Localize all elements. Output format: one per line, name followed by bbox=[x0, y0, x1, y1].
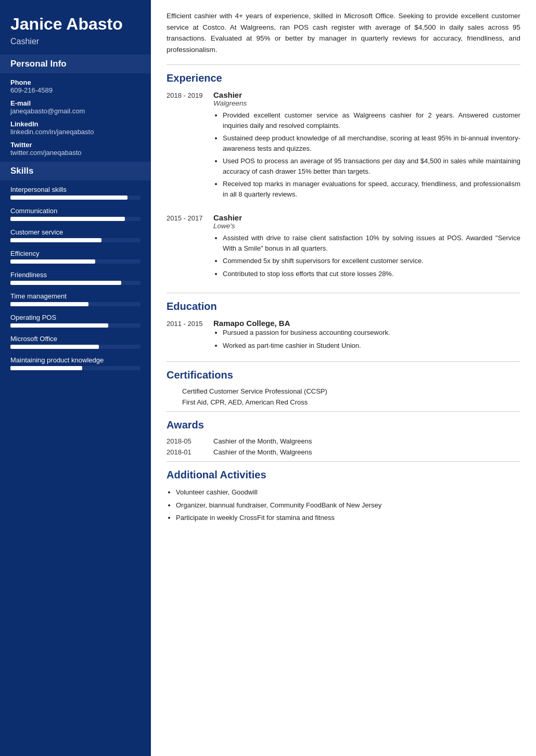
activities-list: Volunteer cashier, GoodwillOrganizer, bi… bbox=[167, 487, 520, 523]
skill-bar-fill bbox=[10, 195, 127, 200]
bullet-item: Contributed to stop loss efforts that cu… bbox=[223, 269, 520, 279]
main-content: Efficient cashier with 4+ years of exper… bbox=[151, 0, 536, 756]
contact-label: E-mail bbox=[10, 99, 141, 107]
divider-activities bbox=[167, 461, 520, 462]
skill-bar-fill bbox=[10, 323, 108, 328]
skill-bar-bg bbox=[10, 217, 141, 221]
skill-bar-fill bbox=[10, 366, 82, 370]
summary-text: Efficient cashier with 4+ years of exper… bbox=[167, 10, 520, 55]
entry-company: Walgreens bbox=[213, 99, 520, 107]
experience-entry: 2018 - 2019 Cashier Walgreens Provided e… bbox=[167, 90, 520, 202]
bullet-item: Assisted with drive to raise client sati… bbox=[223, 233, 520, 253]
skill-name: Communication bbox=[10, 207, 141, 215]
skill-name: Operating POS bbox=[10, 314, 141, 321]
activity-item: Participate in weekly CrossFit for stami… bbox=[176, 513, 520, 523]
personal-info-section: Personal Info Phone 609-216-4589E-mail j… bbox=[0, 55, 151, 157]
candidate-title: Cashier bbox=[10, 37, 141, 46]
skill-item: Operating POS bbox=[10, 314, 141, 328]
skill-bar-fill bbox=[10, 281, 121, 285]
entry-company: Lowe's bbox=[213, 222, 520, 230]
contact-value: 609-216-4589 bbox=[10, 86, 141, 94]
skill-item: Communication bbox=[10, 207, 141, 221]
skill-name: Maintaining product knowledge bbox=[10, 356, 141, 364]
award-entry: 2018-01 Cashier of the Month, Walgreens bbox=[167, 448, 520, 456]
award-entry: 2018-05 Cashier of the Month, Walgreens bbox=[167, 437, 520, 445]
divider-experience bbox=[167, 64, 520, 65]
award-date: 2018-01 bbox=[167, 448, 213, 456]
skill-bar-bg bbox=[10, 345, 141, 349]
bullet-item: Pursued a passion for business accountin… bbox=[223, 328, 520, 338]
skills-list: Interpersonal skills Communication Custo… bbox=[0, 186, 151, 370]
skill-name: Time management bbox=[10, 292, 141, 300]
bullet-item: Worked as part-time cashier in Student U… bbox=[223, 341, 520, 351]
skill-bar-bg bbox=[10, 323, 141, 328]
certification-item: Certified Customer Service Professional … bbox=[182, 387, 520, 395]
skill-bar-bg bbox=[10, 302, 141, 306]
activities-container: Volunteer cashier, GoodwillOrganizer, bi… bbox=[167, 487, 520, 523]
contact-label: Phone bbox=[10, 79, 141, 86]
contact-label: Twitter bbox=[10, 141, 141, 149]
skills-section: Skills Interpersonal skills Communicatio… bbox=[0, 162, 151, 370]
certifications-container: Certified Customer Service Professional … bbox=[167, 387, 520, 406]
entry-bullets: Provided excellent customer service as W… bbox=[213, 110, 520, 199]
skill-bar-bg bbox=[10, 366, 141, 370]
sidebar: Janice Abasto Cashier Personal Info Phon… bbox=[0, 0, 151, 756]
divider-education bbox=[167, 293, 520, 293]
entry-job-title: Ramapo College, BA bbox=[213, 319, 520, 328]
experience-container: 2018 - 2019 Cashier Walgreens Provided e… bbox=[167, 90, 520, 281]
entry-date: 2011 - 2015 bbox=[167, 319, 213, 353]
contact-value: twitter.com/janeqabasto bbox=[10, 149, 141, 157]
contact-block: Phone 609-216-4589E-mail janeqabasto@gma… bbox=[0, 79, 151, 157]
skill-item: Friendliness bbox=[10, 271, 141, 285]
divider-certifications bbox=[167, 361, 520, 362]
skill-item: Maintaining product knowledge bbox=[10, 356, 141, 370]
award-text: Cashier of the Month, Walgreens bbox=[213, 437, 312, 445]
activity-item: Organizer, biannual fundraiser, Communit… bbox=[176, 500, 520, 511]
entry-date: 2015 - 2017 bbox=[167, 213, 213, 281]
experience-section-title: Experience bbox=[167, 72, 520, 84]
education-section-title: Education bbox=[167, 301, 520, 312]
entry-date: 2018 - 2019 bbox=[167, 90, 213, 202]
contact-label: LinkedIn bbox=[10, 120, 141, 128]
contact-value: linkedin.com/in/janeqabasto bbox=[10, 128, 141, 136]
entry-job-title: Cashier bbox=[213, 213, 520, 222]
award-text: Cashier of the Month, Walgreens bbox=[213, 448, 312, 456]
skill-name: Interpersonal skills bbox=[10, 186, 141, 193]
contact-item: Phone 609-216-4589 bbox=[10, 79, 141, 94]
education-container: 2011 - 2015 Ramapo College, BA Pursued a… bbox=[167, 319, 520, 353]
activities-section-title: Additional Activities bbox=[167, 469, 520, 481]
contact-item: E-mail janeqabasto@gmail.com bbox=[10, 99, 141, 115]
skill-item: Microsoft Office bbox=[10, 335, 141, 349]
entry-bullets: Assisted with drive to raise client sati… bbox=[213, 233, 520, 279]
sidebar-header: Janice Abasto Cashier bbox=[0, 0, 151, 55]
experience-entry: 2015 - 2017 Cashier Lowe's Assisted with… bbox=[167, 213, 520, 281]
skill-item: Interpersonal skills bbox=[10, 186, 141, 200]
bullet-item: Used POS to process an average of 95 tra… bbox=[223, 156, 520, 176]
skill-name: Efficiency bbox=[10, 250, 141, 257]
skill-item: Customer service bbox=[10, 228, 141, 242]
entry-content: Ramapo College, BA Pursued a passion for… bbox=[213, 319, 520, 353]
skill-bar-bg bbox=[10, 281, 141, 285]
contact-item: Twitter twitter.com/janeqabasto bbox=[10, 141, 141, 157]
contact-value: janeqabasto@gmail.com bbox=[10, 107, 141, 115]
skills-header: Skills bbox=[0, 162, 151, 180]
skill-bar-fill bbox=[10, 302, 88, 306]
skill-bar-fill bbox=[10, 259, 95, 264]
skill-bar-bg bbox=[10, 259, 141, 264]
skill-item: Efficiency bbox=[10, 250, 141, 264]
bullet-item: Commended 5x by shift supervisors for ex… bbox=[223, 256, 520, 266]
award-date: 2018-05 bbox=[167, 437, 213, 445]
bullet-item: Sustained deep product knowledge of all … bbox=[223, 133, 520, 153]
entry-content: Cashier Walgreens Provided excellent cus… bbox=[213, 90, 520, 202]
activity-item: Volunteer cashier, Goodwill bbox=[176, 487, 520, 498]
skill-name: Customer service bbox=[10, 228, 141, 236]
skill-item: Time management bbox=[10, 292, 141, 306]
contact-item: LinkedIn linkedin.com/in/janeqabasto bbox=[10, 120, 141, 136]
awards-section-title: Awards bbox=[167, 419, 520, 431]
skill-bar-bg bbox=[10, 238, 141, 242]
skill-bar-bg bbox=[10, 195, 141, 200]
personal-info-header: Personal Info bbox=[0, 55, 151, 73]
candidate-name: Janice Abasto bbox=[10, 15, 141, 34]
bullet-item: Provided excellent customer service as W… bbox=[223, 110, 520, 131]
skill-bar-fill bbox=[10, 217, 125, 221]
